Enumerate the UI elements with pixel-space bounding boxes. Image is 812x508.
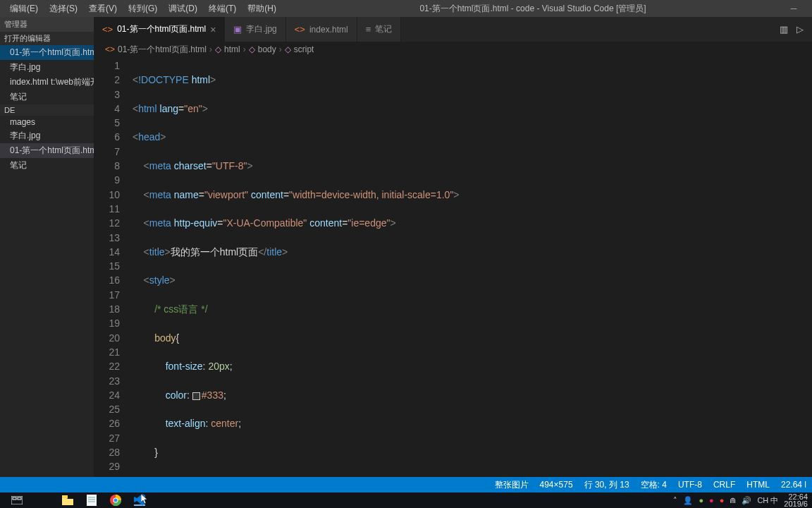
minimize-button[interactable]: ─ (784, 4, 804, 13)
file-icon: ≡ (366, 24, 371, 35)
symbol-icon: ◇ (215, 44, 221, 54)
sidebar-panel-title: 管理器 (0, 17, 94, 32)
breadcrumb-item[interactable]: script (294, 44, 314, 54)
tray-pink-icon[interactable]: ● (709, 496, 714, 504)
image-icon: ▣ (233, 24, 242, 35)
tray-volume-icon[interactable]: 🔊 (742, 496, 751, 505)
tab-label: 李白.jpg (246, 23, 276, 35)
status-eol[interactable]: CRLF (708, 480, 741, 490)
tab-label: index.html (309, 25, 348, 35)
mouse-cursor-icon (141, 494, 149, 505)
tab-image[interactable]: ▣李白.jpg (225, 17, 285, 42)
tab-note[interactable]: ≡笔记 (357, 17, 402, 42)
file-item[interactable]: 01-第一个html页面.html (0, 143, 94, 158)
menu-help[interactable]: 帮助(H) (242, 1, 282, 16)
folder-images[interactable]: mages (0, 116, 94, 128)
open-editor-item[interactable]: 01-第一个html页面.html (0, 45, 94, 60)
breadcrumb-item[interactable]: html (224, 44, 240, 54)
html-icon: <> (102, 24, 113, 35)
tab-label: 笔记 (375, 23, 392, 35)
status-cursor[interactable]: 行 30, 列 13 (579, 479, 635, 491)
svg-rect-2 (18, 497, 21, 500)
tray-date: 2019/6 (784, 500, 808, 507)
split-editor-icon[interactable]: ▥ (780, 24, 788, 35)
tray-ime[interactable]: CH 中 (757, 497, 778, 504)
notepad-icon[interactable] (86, 495, 97, 506)
menu-select[interactable]: 选择(S) (44, 1, 83, 16)
svg-point-10 (114, 499, 118, 502)
status-dimensions[interactable]: 494×575 (534, 480, 579, 490)
tab-html[interactable]: <>01-第一个html页面.html× (94, 17, 225, 42)
svg-rect-3 (62, 495, 68, 498)
windows-taskbar: ˄ 👤 ● ● ● ⋒ 🔊 CH 中 22:64 2019/6 (0, 492, 812, 508)
tray-green-icon[interactable]: ● (699, 496, 703, 504)
file-item[interactable]: 李白.jpg (0, 128, 94, 143)
open-editors-header[interactable]: 打开的编辑器 (0, 32, 94, 45)
status-language[interactable]: HTML (741, 480, 775, 490)
symbol-icon: ◇ (285, 44, 291, 54)
open-editor-item[interactable]: 李白.jpg (0, 60, 94, 75)
status-bar: 整张图片 494×575 行 30, 列 13 空格: 4 UTF-8 CRLF… (0, 477, 812, 492)
explorer-icon[interactable] (62, 495, 73, 506)
file-item[interactable]: 笔记 (0, 158, 94, 173)
svg-rect-1 (13, 497, 16, 500)
tab-index[interactable]: <>index.html (286, 17, 357, 42)
html-icon: <> (295, 24, 305, 35)
breadcrumb[interactable]: <> 01-第一个html页面.html › ◇ html › ◇ body ›… (94, 42, 812, 57)
editor-tabs: <>01-第一个html页面.html× ▣李白.jpg <>index.htm… (94, 17, 812, 42)
symbol-icon: ◇ (249, 44, 255, 54)
open-editor-item[interactable]: index.html t:\web前端开发... (0, 75, 94, 90)
tab-label: 01-第一个html页面.html (117, 23, 206, 35)
tray-wifi-icon[interactable]: ⋒ (730, 496, 736, 505)
tray-arrow-icon[interactable]: ˄ (673, 496, 677, 505)
breadcrumb-item[interactable]: body (258, 44, 276, 54)
code-lines[interactable]: <!DOCTYPE html> <html lang="en"> <head> … (133, 57, 812, 477)
status-encoding[interactable]: UTF-8 (672, 480, 708, 490)
html-icon: <> (105, 44, 115, 54)
menu-debug[interactable]: 调试(D) (163, 1, 203, 16)
menu-edit[interactable]: 编辑(E) (4, 1, 44, 16)
run-icon[interactable]: ▷ (796, 24, 804, 35)
taskview-icon[interactable] (11, 495, 23, 506)
status-image[interactable]: 整张图片 (489, 479, 534, 491)
color-swatch (192, 392, 200, 400)
open-editor-item[interactable]: 笔记 (0, 90, 94, 104)
sidebar: 管理器 打开的编辑器 01-第一个html页面.html 李白.jpg inde… (0, 17, 94, 477)
code-editor[interactable]: 1234567891011121314151617181920212223242… (94, 57, 812, 477)
folder-header[interactable]: DE (0, 104, 94, 116)
menu-bar: 编辑(E) 选择(S) 查看(V) 转到(G) 调试(D) 终端(T) 帮助(H… (0, 1, 282, 16)
status-spaces[interactable]: 空格: 4 (635, 479, 672, 491)
title-bar: 编辑(E) 选择(S) 查看(V) 转到(G) 调试(D) 终端(T) 帮助(H… (0, 0, 812, 17)
menu-terminal[interactable]: 终端(T) (203, 1, 242, 16)
tray-people-icon[interactable]: 👤 (683, 496, 693, 505)
line-number-gutter: 1234567891011121314151617181920212223242… (94, 57, 133, 477)
svg-rect-4 (87, 495, 97, 506)
status-time: 22.64 l (775, 480, 812, 490)
breadcrumb-file[interactable]: 01-第一个html页面.html (118, 44, 207, 56)
chrome-icon[interactable] (110, 495, 121, 506)
window-title: 01-第一个html页面.html - code - Visual Studio… (282, 3, 784, 15)
menu-view[interactable]: 查看(V) (83, 1, 123, 16)
tray-red-icon[interactable]: ● (720, 496, 725, 504)
close-icon[interactable]: × (210, 24, 216, 35)
menu-goto[interactable]: 转到(G) (123, 1, 163, 16)
